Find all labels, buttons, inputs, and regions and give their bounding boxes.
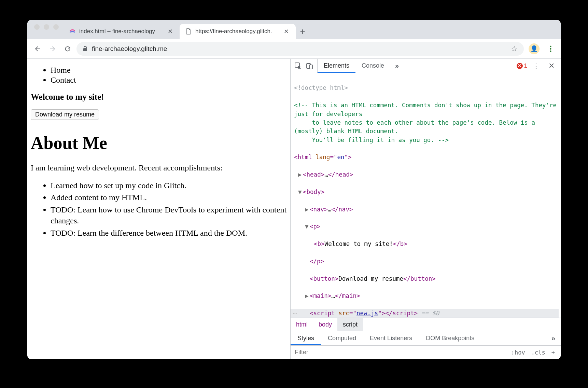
dom-html-open[interactable]: <html lang="en">: [291, 153, 559, 162]
reload-button[interactable]: [61, 43, 74, 55]
nav-link-home[interactable]: Home: [51, 66, 287, 75]
svg-point-3: [550, 50, 551, 52]
maximize-window-icon[interactable]: [53, 24, 59, 30]
dom-breadcrumb: html body script: [291, 318, 561, 331]
browser-toolbar: fine-archaeology.glitch.me ☆ 👤: [27, 39, 561, 59]
nav-link-contact[interactable]: Contact: [51, 75, 287, 85]
list-item: Added content to my HTML.: [51, 192, 287, 203]
dom-tree[interactable]: <!doctype html> <!-- This is an HTML com…: [291, 73, 561, 318]
browser-menu-button[interactable]: [544, 45, 557, 52]
breadcrumb-body[interactable]: body: [313, 318, 337, 331]
styles-tabs-overflow-icon[interactable]: »: [546, 331, 561, 345]
dom-button[interactable]: <button>Download my resume</button>: [291, 275, 559, 283]
accomplishments-list: Learned how to set up my code in Glitch.…: [31, 180, 287, 238]
back-button[interactable]: [31, 43, 44, 55]
tab-strip: index.html – fine-archaeology ✕ https://…: [27, 20, 561, 39]
inspect-element-icon[interactable]: [294, 62, 302, 70]
cls-toggle-button[interactable]: .cls: [529, 348, 548, 357]
tab-console[interactable]: Console: [355, 59, 390, 73]
devtools-close-button[interactable]: ✕: [545, 61, 558, 70]
dom-p-close[interactable]: </p>: [291, 257, 559, 266]
styles-filter-input[interactable]: [291, 349, 509, 356]
bookmark-star-icon[interactable]: ☆: [511, 44, 518, 53]
browser-window: index.html – fine-archaeology ✕ https://…: [27, 20, 561, 359]
profile-avatar[interactable]: 👤: [529, 43, 540, 54]
dom-p-open[interactable]: ▼<p>: [291, 222, 559, 231]
tabs-overflow-icon[interactable]: »: [390, 59, 404, 73]
close-window-icon[interactable]: [34, 24, 40, 30]
tab-title: https://fine-archaeology.glitch.: [195, 28, 272, 35]
dom-b[interactable]: <b>Welcome to my site!</b>: [291, 240, 559, 248]
page-viewport: Home Contact Welcome to my site! Downloa…: [27, 59, 290, 359]
url-text: fine-archaeology.glitch.me: [92, 45, 167, 53]
breadcrumb-html[interactable]: html: [291, 318, 313, 331]
error-count: 1: [524, 63, 527, 69]
styles-tab-bar: Styles Computed Event Listeners DOM Brea…: [291, 331, 561, 346]
selected-gutter-icon: ⋯: [291, 309, 299, 318]
content-area: Home Contact Welcome to my site! Downloa…: [27, 59, 561, 359]
page-favicon-icon: [185, 28, 192, 35]
intro-text: I am learning web development. Recent ac…: [31, 163, 287, 172]
dom-nav[interactable]: ▶<nav>…</nav>: [291, 205, 559, 214]
devtools-menu-button[interactable]: ⋮: [529, 62, 543, 70]
svg-point-2: [550, 48, 551, 49]
styles-filter-row: :hov .cls +: [291, 346, 561, 359]
window-controls: [32, 24, 64, 34]
hov-toggle-button[interactable]: :hov: [509, 348, 528, 357]
tab-elements[interactable]: Elements: [318, 59, 355, 73]
list-item: TODO: Learn the difference between HTML …: [51, 227, 287, 238]
address-bar[interactable]: fine-archaeology.glitch.me ☆: [76, 42, 524, 56]
error-badge[interactable]: ✕ 1: [517, 63, 527, 69]
dom-body-open[interactable]: ▼<body>: [291, 188, 559, 196]
minimize-window-icon[interactable]: [44, 24, 49, 30]
nav-list: Home Contact: [31, 66, 287, 85]
close-tab-icon[interactable]: ✕: [166, 28, 174, 35]
tab-dom-breakpoints[interactable]: DOM Breakpoints: [419, 331, 481, 345]
devtools-panel: Elements Console » ✕ 1 ⋮ ✕ <!doctype htm…: [290, 59, 561, 359]
dom-main[interactable]: ▶<main>…</main>: [291, 292, 559, 300]
tab-styles[interactable]: Styles: [291, 331, 321, 345]
breadcrumb-script[interactable]: script: [337, 318, 363, 331]
device-toolbar-icon[interactable]: [306, 62, 314, 70]
new-style-rule-button[interactable]: +: [549, 348, 557, 357]
about-heading: About Me: [31, 133, 287, 153]
tab-site-preview[interactable]: https://fine-archaeology.glitch. ✕: [180, 24, 296, 39]
close-tab-icon[interactable]: ✕: [282, 28, 290, 35]
welcome-heading: Welcome to my site!: [31, 92, 287, 102]
svg-point-1: [550, 45, 551, 47]
error-icon: ✕: [517, 63, 523, 69]
svg-rect-6: [309, 65, 312, 69]
dom-script-selected[interactable]: ⋯<script src="new.js"></script> == $0: [291, 309, 559, 318]
tab-glitch-editor[interactable]: index.html – fine-archaeology ✕: [64, 24, 180, 39]
dom-head[interactable]: ▶<head>…</head>: [291, 170, 559, 179]
tab-computed[interactable]: Computed: [321, 331, 363, 345]
tab-title: index.html – fine-archaeology: [79, 28, 155, 35]
dom-doctype[interactable]: <!doctype html>: [291, 84, 559, 92]
forward-button[interactable]: [46, 43, 59, 55]
list-item: Learned how to set up my code in Glitch.: [51, 180, 287, 191]
svg-rect-0: [83, 48, 87, 51]
lock-icon: [83, 46, 88, 52]
list-item: TODO: Learn how to use Chrome DevTools t…: [51, 204, 287, 226]
glitch-favicon-icon: [69, 28, 76, 35]
new-tab-button[interactable]: +: [296, 24, 309, 39]
dom-comment[interactable]: <!-- This is an HTML comment. Comments d…: [291, 101, 559, 144]
tab-event-listeners[interactable]: Event Listeners: [363, 331, 419, 345]
download-resume-button[interactable]: Download my resume: [31, 109, 99, 120]
devtools-tab-bar: Elements Console » ✕ 1 ⋮ ✕: [291, 59, 561, 73]
